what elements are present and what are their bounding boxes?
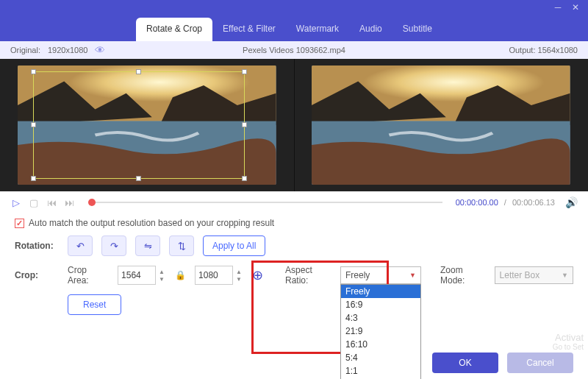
next-frame-button[interactable]: ⏭ [63, 196, 75, 208]
rotation-row: Rotation: ↶ ↷ ⇋ ⇅ Apply to All [15, 235, 573, 256]
automatch-label: Auto match the output resolution based o… [29, 218, 274, 228]
crop-row: Crop: Crop Area: 1564 ▲▼ 🔒 1080 ▲▼ ⊕ Asp… [15, 265, 573, 286]
crop-handle-e[interactable] [242, 122, 247, 127]
crop-area-label: Crop Area: [68, 265, 109, 286]
tab-audio[interactable]: Audio [349, 18, 392, 41]
crop-handle-nw[interactable] [31, 69, 36, 74]
crop-handle-ne[interactable] [242, 69, 247, 74]
rotate-ccw-icon: ↶ [76, 241, 85, 252]
crop-width-up[interactable]: ▲ [157, 268, 166, 275]
aspect-option-4-3[interactable]: 4:3 [341, 311, 420, 325]
aspect-option-16-10[interactable]: 16:10 [341, 338, 420, 351]
crop-width-input[interactable]: 1564 [118, 266, 156, 285]
aspect-ratio-dropdown: Freely 16:9 4:3 21:9 16:10 5:4 1:1 9:16 [340, 284, 421, 379]
titlebar: ─ ✕ [0, 0, 588, 15]
crop-handle-w[interactable] [31, 122, 36, 127]
time-current: 00:00:00.00 [456, 198, 498, 207]
center-crop-icon[interactable]: ⊕ [252, 267, 263, 283]
close-button[interactable]: ✕ [569, 2, 582, 13]
zoom-mode-label: Zoom Mode: [440, 265, 489, 286]
filename-label: Pexels Videos 1093662.mp4 [243, 46, 345, 54]
timeline-playhead[interactable] [88, 199, 96, 206]
original-label: Original: [10, 46, 40, 54]
rotate-ccw-button[interactable]: ↶ [68, 235, 93, 256]
time-sep: / [504, 198, 506, 207]
flip-vertical-button[interactable]: ⇅ [169, 235, 194, 256]
apply-to-all-button[interactable]: Apply to All [203, 235, 265, 256]
output-value: 1564x1080 [538, 46, 578, 54]
crop-handle-se[interactable] [242, 176, 247, 181]
output-label: Output: [509, 46, 535, 54]
rotate-cw-icon: ↷ [110, 241, 118, 252]
reset-row: Reset [15, 294, 573, 315]
aspect-ratio-select[interactable]: Freely ▼ [340, 266, 421, 284]
crop-width-down[interactable]: ▼ [157, 275, 166, 283]
crop-height-up[interactable]: ▲ [234, 268, 243, 275]
stop-button[interactable]: ▢ [28, 196, 40, 208]
footer: OK Cancel [0, 347, 588, 379]
tab-watermark[interactable]: Watermark [286, 18, 349, 41]
prev-frame-button[interactable]: ⏮ [46, 196, 57, 208]
tab-effect-filter[interactable]: Effect & Filter [212, 18, 286, 41]
lock-aspect-icon[interactable]: 🔒 [175, 270, 186, 280]
crop-label: Crop: [15, 270, 59, 280]
aspect-ratio-label: Aspect Ratio: [285, 265, 334, 286]
preview-output [294, 59, 589, 191]
preview-eye-icon[interactable]: 👁 [95, 44, 105, 56]
flip-h-icon: ⇋ [144, 241, 152, 252]
tab-bar: Rotate & Crop Effect & Filter Watermark … [0, 15, 588, 41]
aspect-option-1-1[interactable]: 1:1 [341, 364, 420, 378]
chevron-down-icon: ▼ [562, 272, 568, 279]
aspect-ratio-value: Freely [345, 270, 370, 280]
flip-horizontal-button[interactable]: ⇋ [135, 235, 160, 256]
aspect-option-5-4[interactable]: 5:4 [341, 351, 420, 364]
timeline-slider[interactable] [88, 202, 442, 203]
time-total: 00:00:06.13 [512, 198, 555, 207]
automatch-row: ✓ Auto match the output resolution based… [15, 218, 573, 228]
crop-handle-n[interactable] [136, 69, 141, 74]
zoom-mode-value: Letter Box [500, 270, 540, 280]
preview-original [0, 59, 294, 191]
aspect-option-21-9[interactable]: 21:9 [341, 325, 420, 338]
info-bar: Original: 1920x1080 👁 Pexels Videos 1093… [0, 41, 588, 59]
minimize-button[interactable]: ─ [551, 2, 564, 13]
play-button[interactable]: ▷ [10, 196, 22, 208]
crop-rectangle[interactable] [33, 71, 245, 179]
reset-button[interactable]: Reset [68, 294, 121, 315]
crop-height-input[interactable]: 1080 [195, 266, 233, 285]
cancel-button[interactable]: Cancel [507, 353, 573, 373]
controls-panel: ✓ Auto match the output resolution based… [0, 213, 588, 324]
rotation-label: Rotation: [15, 241, 59, 251]
flip-v-icon: ⇅ [178, 241, 186, 252]
tab-subtitle[interactable]: Subtitle [392, 18, 442, 41]
tab-rotate-crop[interactable]: Rotate & Crop [136, 18, 212, 41]
aspect-option-16-9[interactable]: 16:9 [341, 298, 420, 311]
aspect-option-freely[interactable]: Freely [341, 285, 420, 298]
ok-button[interactable]: OK [432, 353, 498, 373]
original-value: 1920x1080 [48, 46, 87, 54]
crop-handle-s[interactable] [136, 176, 141, 181]
automatch-checkbox[interactable]: ✓ [15, 219, 24, 228]
crop-height-down[interactable]: ▼ [234, 275, 243, 283]
volume-icon[interactable]: 🔊 [565, 196, 578, 208]
zoom-mode-select[interactable]: Letter Box ▼ [495, 266, 573, 284]
chevron-down-icon: ▼ [409, 272, 416, 279]
crop-handle-sw[interactable] [31, 176, 36, 181]
playback-bar: ▷ ▢ ⏮ ⏭ 00:00:00.00/00:00:06.13 🔊 [0, 191, 588, 213]
rotate-cw-button[interactable]: ↷ [101, 235, 126, 256]
preview-area [0, 59, 588, 191]
